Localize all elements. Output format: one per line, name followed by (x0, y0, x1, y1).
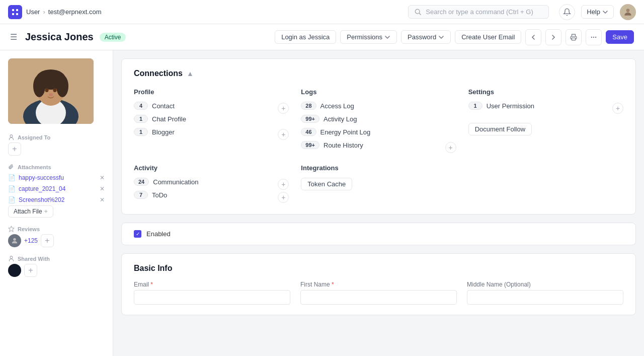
add-blogger-button[interactable]: + (278, 129, 289, 140)
token-cache-button[interactable]: Token Cache (301, 178, 352, 190)
file-icon: 📄 (8, 196, 16, 203)
svg-point-24 (10, 256, 13, 259)
next-button[interactable] (545, 29, 561, 45)
user-permission-label[interactable]: User Permission (487, 102, 608, 110)
content-area: Connections ▲ Profile 4 Contact + 1 (113, 50, 644, 356)
remove-attachment-1-button[interactable]: ✕ (100, 185, 105, 192)
help-button[interactable]: Help (581, 5, 614, 19)
svg-point-6 (626, 9, 630, 12)
notification-bell[interactable] (559, 4, 575, 20)
attachment-name[interactable]: Screenshot%202 (19, 196, 97, 203)
svg-rect-3 (16, 13, 18, 15)
logs-title: Logs (301, 88, 456, 96)
permissions-button[interactable]: Permissions (340, 30, 397, 44)
create-user-email-button[interactable]: Create User Email (455, 30, 521, 44)
middle-name-label: Middle Name (Optional) (467, 281, 623, 288)
shared-avatar (8, 264, 21, 277)
contact-badge: 4 (134, 102, 148, 110)
add-shared-button[interactable]: + (24, 264, 37, 277)
basic-info-title: Basic Info (134, 264, 623, 273)
basic-info-card: Basic Info Email * First Name * (121, 253, 636, 315)
page-header: ☰ Jessica Jones Active Login as Jessica … (0, 24, 644, 50)
todo-label[interactable]: ToDo (152, 191, 274, 199)
email-input[interactable] (134, 290, 290, 305)
save-button[interactable]: Save (606, 30, 634, 44)
main-layout: Assigned To + Attachments 📄 happy-succes… (0, 50, 644, 356)
attachment-name[interactable]: capture_2021_04 (19, 185, 97, 192)
chevron-down-icon (602, 9, 608, 15)
add-contact-button[interactable]: + (278, 103, 289, 114)
add-communication-button[interactable]: + (278, 179, 289, 190)
shared-with-section: Shared With + (8, 255, 105, 277)
settings-section: Settings 1 User Permission + Document Fo… (468, 88, 623, 154)
activity-log-label[interactable]: Activity Log (324, 115, 456, 123)
first-name-input[interactable] (300, 290, 457, 305)
search-bar[interactable]: Search or type a command (Ctrl + G) (408, 5, 549, 19)
svg-rect-0 (12, 9, 14, 11)
password-chevron-icon (438, 34, 444, 40)
collapse-connections-button[interactable]: ▲ (187, 69, 194, 78)
communication-label[interactable]: Communication (153, 178, 274, 186)
middle-name-input[interactable] (467, 290, 623, 305)
basic-info-form-row: Email * First Name * Middle Name (Option… (134, 281, 623, 305)
breadcrumb: User › test@erpnext.com (26, 8, 101, 16)
activity-integrations-grid: Activity 24 Communication + 7 ToDo (134, 164, 623, 204)
blogger-label[interactable]: Blogger (152, 128, 274, 136)
contact-label[interactable]: Contact (152, 102, 274, 110)
top-nav: User › test@erpnext.com Search or type a… (0, 0, 644, 24)
breadcrumb-user[interactable]: User (26, 8, 40, 16)
user-permission-badge: 1 (468, 102, 482, 110)
enabled-checkbox[interactable]: ✓ (134, 230, 141, 238)
attachment-icon (8, 164, 15, 170)
add-assigned-to-button[interactable]: + (8, 143, 21, 156)
breadcrumb-email[interactable]: test@erpnext.com (48, 8, 102, 16)
settings-title: Settings (468, 88, 623, 96)
assigned-to-section: Assigned To + (8, 134, 105, 156)
add-todo-button[interactable]: + (278, 192, 289, 203)
chat-profile-label[interactable]: Chat Profile (152, 115, 289, 123)
remove-attachment-2-button[interactable]: ✕ (100, 196, 105, 203)
svg-point-8 (591, 36, 592, 37)
more-options-button[interactable] (586, 29, 602, 45)
energy-point-label[interactable]: Energy Point Log (320, 128, 456, 136)
document-follow-button[interactable]: Document Follow (468, 123, 532, 135)
blogger-row: 1 Blogger + (134, 128, 289, 141)
password-button[interactable]: Password (401, 30, 451, 44)
svg-point-21 (10, 135, 13, 137)
activity-log-row: 99+ Activity Log (301, 115, 456, 123)
route-history-label[interactable]: Route History (324, 141, 441, 149)
attachment-item: 📄 happy-successfu ✕ (8, 172, 105, 183)
email-field-container: Email * (134, 281, 290, 305)
energy-point-log-row: 46 Energy Point Log (301, 128, 456, 136)
connections-header: Connections ▲ (134, 69, 623, 78)
communication-row: 24 Communication + (134, 178, 289, 191)
login-as-button[interactable]: Login as Jessica (275, 30, 336, 44)
prev-button[interactable] (525, 29, 541, 45)
svg-point-16 (33, 75, 45, 97)
access-log-badge: 28 (301, 102, 316, 110)
add-review-button[interactable]: + (41, 234, 54, 247)
hamburger-menu[interactable]: ☰ (10, 32, 17, 42)
print-button[interactable] (566, 29, 582, 45)
user-avatar[interactable] (620, 4, 636, 20)
add-route-button[interactable]: + (445, 142, 456, 153)
access-log-label[interactable]: Access Log (320, 102, 456, 110)
access-log-row: 28 Access Log (301, 102, 456, 110)
sidebar: Assigned To + Attachments 📄 happy-succes… (0, 50, 113, 356)
attach-file-button[interactable]: Attach File + (8, 205, 53, 218)
attachment-name[interactable]: happy-successfu (19, 174, 97, 181)
remove-attachment-0-button[interactable]: ✕ (100, 174, 105, 181)
svg-point-20 (49, 93, 53, 96)
app-icon[interactable] (8, 5, 22, 19)
shared-icon (8, 255, 15, 262)
route-history-row: 99+ Route History + (301, 141, 456, 154)
svg-rect-2 (12, 13, 14, 15)
svg-point-9 (593, 36, 594, 37)
email-label: Email * (134, 281, 290, 288)
svg-marker-22 (9, 226, 14, 232)
status-badge: Active (100, 33, 126, 42)
add-user-permission-button[interactable]: + (612, 103, 623, 114)
search-icon (415, 9, 422, 16)
attachments-section: Attachments 📄 happy-successfu ✕ 📄 captur… (8, 164, 105, 218)
user-permission-row: 1 User Permission + (468, 102, 623, 115)
